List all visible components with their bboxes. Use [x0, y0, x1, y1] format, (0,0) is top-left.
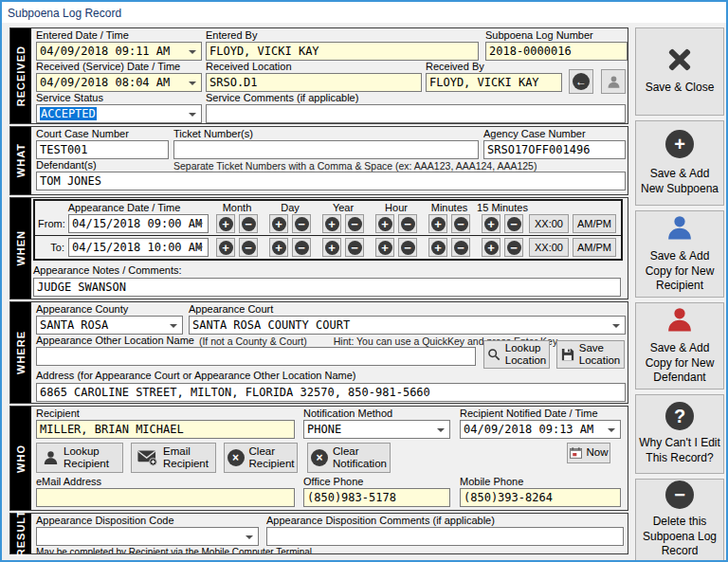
minus-icon: −: [401, 241, 415, 255]
from-label: From:: [38, 218, 68, 229]
calendar-icon: [570, 447, 582, 459]
email-recipient-button[interactable]: Email Recipient: [131, 443, 216, 473]
subpoena-log-record-window: Subpoena Log Record RECEIVED Entered Dat…: [0, 0, 728, 562]
lookup-recipient-button[interactable]: Lookup Recipient: [36, 443, 123, 473]
address-field[interactable]: 6865 CAROLINE STREET, MILTON, FLORIDA 32…: [36, 383, 626, 402]
minus-icon: −: [295, 217, 309, 231]
save-copy-new-recipient-button[interactable]: Save & Add Copy for New Recipient: [635, 210, 724, 298]
to-year-plus-button[interactable]: +: [322, 238, 341, 257]
to-hour-plus-button[interactable]: +: [375, 238, 394, 257]
to-day-minus-button[interactable]: −: [292, 238, 311, 257]
15-minutes-header: 15 Minutes: [476, 201, 529, 214]
minus-icon: −: [454, 217, 468, 231]
to-date-combobox[interactable]: 04/15/2018 10:00 AM: [68, 238, 209, 257]
to-15min-plus-button[interactable]: +: [482, 238, 500, 257]
section-what: WHAT Court Case Number TEST001 Ticket Nu…: [9, 126, 628, 195]
from-month-minus-button[interactable]: −: [239, 214, 258, 233]
clear-icon: ×: [228, 449, 245, 466]
appearance-court-combobox[interactable]: SANTA ROSA COUNTY COURT: [189, 316, 626, 335]
clear-notification-button[interactable]: × Clear Notification: [307, 443, 391, 473]
person-icon: [43, 450, 59, 465]
now-button[interactable]: Now: [567, 443, 610, 463]
minus-icon: −: [401, 217, 415, 231]
recipient-field[interactable]: MILLER, BRIAN MICHAEL: [36, 420, 295, 439]
entered-date-combobox[interactable]: 04/09/2018 09:11 AM: [36, 42, 202, 61]
court-case-field[interactable]: TEST001: [36, 140, 169, 159]
from-year-minus-button[interactable]: −: [345, 214, 364, 233]
to-ampm-button[interactable]: AM/PM: [573, 238, 616, 257]
from-day-plus-button[interactable]: +: [269, 214, 288, 233]
to-day-plus-button[interactable]: +: [269, 238, 288, 257]
notified-date-combobox[interactable]: 04/09/2018 09:13 AM: [460, 420, 621, 439]
section-where-strip: WHERE: [10, 302, 31, 403]
notification-method-label: Notification Method: [303, 408, 450, 420]
from-ampm-button[interactable]: AM/PM: [573, 214, 616, 233]
from-year-plus-button[interactable]: +: [322, 214, 341, 233]
save-location-button[interactable]: Save Location: [556, 340, 625, 369]
other-location-label: Appearance Other Location Name: [36, 335, 194, 347]
why-cant-edit-button[interactable]: ? Why Can't I Edit This Record?: [635, 394, 724, 474]
from-minutes-plus-button[interactable]: +: [428, 214, 447, 233]
from-month-plus-button[interactable]: +: [216, 214, 235, 233]
save-close-button[interactable]: Save & Close: [635, 27, 724, 116]
mct-footer-note: May be completed by Recipient via the Mo…: [36, 547, 625, 553]
section-result: RESULT Appearance Disposition Code Appea…: [9, 513, 628, 554]
day-header: Day: [264, 201, 317, 214]
to-hour-minus-button[interactable]: −: [398, 238, 417, 257]
disposition-code-combobox[interactable]: [36, 527, 259, 546]
save-add-new-subpoena-button[interactable]: + Save & Add New Subpoena: [635, 120, 724, 206]
from-hour-plus-button[interactable]: +: [375, 214, 394, 233]
ticket-numbers-field[interactable]: [173, 140, 479, 159]
minutes-header: Minutes: [423, 201, 476, 214]
minus-icon: −: [507, 241, 521, 255]
disposition-code-label: Appearance Disposition Code: [36, 515, 259, 527]
appearance-county-combobox[interactable]: SANTA ROSA: [36, 316, 183, 335]
to-year-minus-button[interactable]: −: [345, 238, 364, 257]
received-date-combobox[interactable]: 04/09/2018 08:04 AM: [36, 73, 202, 92]
disposition-comments-field[interactable]: [266, 527, 624, 546]
appearance-notes-label: Appearance Notes / Comments:: [33, 264, 182, 276]
email-address-field[interactable]: [36, 488, 295, 507]
to-minutes-plus-button[interactable]: +: [428, 238, 447, 257]
agency-case-field[interactable]: SRSO17OFF001496: [483, 140, 626, 159]
office-phone-field[interactable]: (850)983-5178: [303, 488, 450, 507]
received-location-field[interactable]: SRSO.D1: [206, 73, 422, 92]
to-15min-minus-button[interactable]: −: [504, 238, 523, 257]
ticket-hint: Separate Ticket Numbers with a Comma & S…: [173, 160, 537, 172]
section-who: WHO Recipient MILLER, BRIAN MICHAEL Noti…: [9, 406, 628, 511]
from-date-combobox[interactable]: 04/15/2018 09:00 AM: [68, 214, 209, 233]
appearance-date-header: Appearance Date / Time: [38, 201, 210, 214]
notification-method-combobox[interactable]: PHONE: [303, 420, 450, 439]
from-minutes-minus-button[interactable]: −: [451, 214, 470, 233]
from-day-minus-button[interactable]: −: [292, 214, 311, 233]
mobile-phone-field[interactable]: (850)393-8264: [460, 488, 621, 507]
form-content: RECEIVED Entered Date / Time 04/09/2018 …: [9, 27, 628, 561]
to-zero-minutes-button[interactable]: XX:00: [529, 238, 569, 257]
lookup-received-by-button[interactable]: [601, 69, 626, 94]
delete-record-button[interactable]: − Delete this Subpoena Log Record: [635, 479, 724, 561]
from-hour-minus-button[interactable]: −: [398, 214, 417, 233]
plus-icon: +: [325, 241, 339, 255]
appearance-notes-field[interactable]: JUDGE SWANSON: [33, 278, 621, 297]
to-month-plus-button[interactable]: +: [216, 238, 235, 257]
disposition-comments-label: Appearance Disposition Comments (if appl…: [266, 515, 624, 527]
received-by-field[interactable]: FLOYD, VICKI KAY: [426, 73, 562, 92]
from-15min-minus-button[interactable]: −: [504, 214, 523, 233]
to-minutes-minus-button[interactable]: −: [451, 238, 470, 257]
defendant-person-icon: [665, 306, 694, 333]
to-month-minus-button[interactable]: −: [239, 238, 258, 257]
other-location-field[interactable]: [36, 347, 476, 366]
from-zero-minutes-button[interactable]: XX:00: [529, 214, 569, 233]
plus-icon: +: [325, 217, 339, 231]
undo-received-by-button[interactable]: ←: [569, 69, 593, 94]
service-status-combobox[interactable]: ACCEPTED: [36, 104, 202, 123]
from-15min-plus-button[interactable]: +: [482, 214, 500, 233]
entered-by-label: Entered By: [206, 29, 479, 42]
entered-by-field[interactable]: FLOYD, VICKI KAY: [206, 42, 479, 61]
lookup-location-button[interactable]: Lookup Location: [483, 340, 550, 369]
service-comments-field[interactable]: [206, 104, 626, 123]
log-number-field[interactable]: 2018-0000016: [485, 42, 628, 61]
defendant-field[interactable]: TOM JONES: [36, 172, 626, 190]
clear-recipient-button[interactable]: × Clear Recipient: [224, 443, 298, 473]
save-copy-new-defendant-button[interactable]: Save & Add Copy for New Defendant: [635, 302, 724, 390]
